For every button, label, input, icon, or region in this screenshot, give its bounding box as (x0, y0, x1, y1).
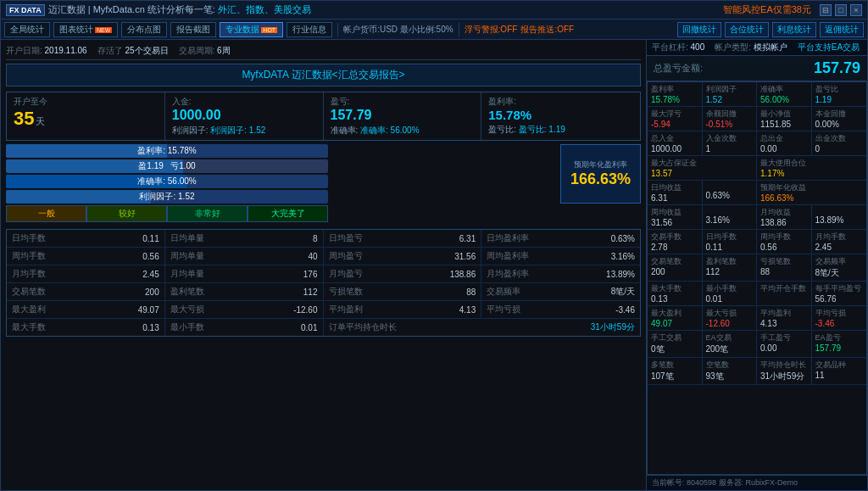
rp-long-trades: 多笔数 107笔 (648, 358, 703, 384)
sc-month-profit: 月均盈亏 138.86 (324, 265, 482, 282)
account-currency: 帐户货币:USD 最小比例:50% (343, 24, 453, 36)
sc-max-profit: 最大盈利 49.07 (7, 301, 165, 318)
rating-jiaohao: 较好 (86, 205, 167, 222)
rp-manual-trade: 手工交易 0笔 (648, 331, 703, 357)
nav-baogao[interactable]: 报告截图 (170, 22, 216, 37)
sc-week-orders: 周均单量 40 (165, 248, 324, 265)
rp-profit-factor: 利润因子 1.52 (703, 82, 758, 106)
nav-sep2 (459, 23, 459, 36)
rp-footer: 当前帐号: 8040598 服务器: RubixFX-Demo (647, 475, 867, 490)
btn-fanyong[interactable]: 返佣统计 (820, 22, 864, 37)
sc-max-loss: 最大亏损 -12.60 (165, 301, 324, 318)
rp-max-margin: 最大占保证金 13.57 (648, 156, 757, 180)
rp-month-income: 月均收益 138.86 (757, 205, 812, 229)
deposit-value: 1000.00 (172, 108, 316, 123)
rp-per-lot-profit: 每手平均盈亏 56.76 (812, 282, 867, 305)
sc-daily-rate: 日均盈利率 0.63% (481, 230, 640, 247)
sc-week-rate: 周均盈利率 3.16% (481, 248, 640, 265)
right-btns: 回撤统计 合位统计 利息统计 返佣统计 (677, 22, 864, 37)
smart-ctrl-label: 智能风控EA仅需38元 (723, 3, 811, 16)
rp-total-orders: 交易笔数 200 (648, 254, 703, 281)
minimize-button[interactable]: ⊟ (820, 4, 832, 16)
rp-topbar: 平台杠杆: 400 帐户类型: 模拟帐户 平台支持EA交易 (647, 40, 867, 56)
sc-min-lots: 最小手数 0.01 (165, 319, 324, 336)
nav-bar: 全局统计 图表统计 分布点图 报告截图 专业数据 行业信息 帐户货币:USD 最… (1, 20, 867, 40)
nav-hangye[interactable]: 行业信息 (287, 22, 332, 37)
rp-avg-loss-val: 平均亏损 -3.46 (812, 306, 867, 330)
summary-days: 开户至今 35 天 (7, 92, 165, 140)
infobar: 开户日期: 2019.11.06 存活了 25个交易日 交易周期: 6周 (6, 45, 641, 60)
rp-month-rate: 13.89% (812, 205, 867, 229)
trade-week: 交易周期: 6周 (179, 45, 231, 57)
profit-rate-value: 15.78% (488, 108, 633, 122)
stats-row-3: 月均手数 2.45 月均单量 176 月均盈亏 138.86 月均盈利率 13.… (7, 265, 640, 283)
stats-table: 日均手数 0.11 日均单量 8 日均盈亏 6.31 日均盈利率 0.63% (6, 229, 641, 337)
nav-fenbuu[interactable]: 分布点图 (121, 22, 167, 37)
sc-month-rate: 月均盈利率 13.89% (481, 265, 640, 282)
summary-deposit: 入金: 1000.00 利润因子: 利润因子: 1.52 (165, 92, 324, 140)
rp-accuracy: 准确率 56.00% (757, 82, 812, 106)
sc-avg-loss: 平均亏损 -3.46 (481, 301, 640, 318)
summary-profit: 盈亏: 157.79 准确率: 准确率: 56.00% (324, 92, 482, 140)
nav-quanju[interactable]: 全局统计 (4, 22, 50, 37)
profit-value: 157.79 (331, 108, 475, 123)
rp-ea-support: 平台支持EA交易 (798, 42, 860, 53)
sc-loss-trades: 亏损笔数 88 (324, 283, 482, 300)
rp-min-lot: 最小手数 0.01 (703, 282, 758, 305)
rp-min-equity: 最小净值 1151.85 (757, 107, 812, 131)
rp-week-income: 周均收益 31.56 (648, 205, 703, 229)
report-title: MyfxDATA 迈汇数据<汇总交易报告> (6, 64, 641, 86)
summary-grid: 开户至今 35 天 入金: 1000.00 利润因子: 利润因子: 1.52 盈… (6, 92, 641, 141)
rating-feichanghao: 非常好 (167, 205, 248, 222)
exist-days: 存活了 25个交易日 (97, 45, 169, 57)
rp-avg-profit-val: 平均盈利 4.13 (757, 306, 812, 330)
rp-year-income: 预期年化收益 166.63% (757, 181, 866, 204)
btn-huiche[interactable]: 回撤统计 (677, 22, 721, 37)
rp-profit-rate: 盈利率 15.78% (648, 82, 703, 106)
rp-total-withdraw: 总出金 0.00 (757, 131, 812, 155)
bar-ratio: 盈1.19 亏1.00 (6, 159, 641, 173)
rp-month-lots: 月均手数 2.45 (812, 230, 867, 254)
rp-week-lots: 周均手数 0.56 (757, 230, 812, 254)
sc-month-orders: 月均单量 176 (165, 265, 324, 282)
maximize-button[interactable]: □ (835, 4, 847, 16)
nav-zhuanye[interactable]: 专业数据 (220, 22, 283, 37)
rp-loss-orders: 亏损笔数 88 (757, 254, 812, 281)
rp-short-trades: 空笔数 93笔 (703, 358, 758, 384)
nav-tubiao[interactable]: 图表统计 (53, 22, 118, 37)
sc-month-lots: 月均手数 2.45 (7, 265, 165, 282)
rp-withdraw-times: 出金次数 0 (812, 131, 867, 155)
rp-max-loss-val: 最大亏损 -12.60 (703, 306, 758, 330)
rp-balance-dd: 余额回撤 -0.51% (703, 107, 758, 131)
sc-win-trades: 盈利笔数 112 (165, 283, 324, 300)
rp-avg-lot: 平均开仓手数 (757, 282, 812, 305)
summary-profit-rate: 盈利率: 15.78% 盈亏比: 盈亏比: 1.19 (481, 92, 640, 140)
rating-row: 一般 较好 非常好 大完美了 (6, 205, 328, 222)
rp-trade-symbols: 交易品种 11 (812, 358, 867, 384)
main-area: 开户日期: 2019.11.06 存活了 25个交易日 交易周期: 6周 Myf… (1, 40, 867, 490)
open-date: 开户日期: 2019.11.06 (6, 45, 87, 57)
sc-daily-profit: 日均盈亏 6.31 (324, 230, 482, 247)
rating-damei: 大完美了 (248, 205, 328, 222)
rp-total: 总盈亏金额: 157.79 (647, 56, 867, 81)
rp-trade-lots: 交易手数 2.78 (648, 230, 703, 254)
days-value: 35 (14, 108, 34, 130)
rp-leverage: 平台杠杆: 400 (652, 42, 704, 53)
bar-accuracy: 准确率: 56.00% (6, 175, 641, 188)
total-value: 157.79 (814, 59, 860, 77)
sc-daily-orders: 日均单量 8 (165, 230, 324, 247)
rp-avg-hold-time: 平均持仓时长 31小时59分 (757, 358, 812, 384)
rp-max-profit-val: 最大盈利 49.07 (648, 306, 703, 330)
rp-max-float: 最大浮亏 -5.94 (648, 107, 703, 131)
rp-account-type: 帐户类型: 模拟帐户 (715, 42, 787, 53)
rp-ea-trade: EA交易 200笔 (703, 331, 758, 357)
right-panel: 平台杠杆: 400 帐户类型: 模拟帐户 平台支持EA交易 总盈亏金额: 157… (647, 40, 867, 490)
close-button[interactable]: × (850, 4, 862, 16)
rp-week-rate: 3.16% (703, 205, 758, 229)
window-buttons: ⊟ □ × (820, 4, 862, 16)
rp-win-orders: 盈利笔数 112 (703, 254, 758, 281)
logo: FX DATA (6, 4, 45, 16)
btn-lixi[interactable]: 利息统计 (772, 22, 816, 37)
btn-hewei[interactable]: 合位统计 (725, 22, 769, 37)
title-bar: FX DATA 迈汇数据 | MyfxData.cn 统计分析每一笔: 外汇、指… (1, 1, 867, 20)
